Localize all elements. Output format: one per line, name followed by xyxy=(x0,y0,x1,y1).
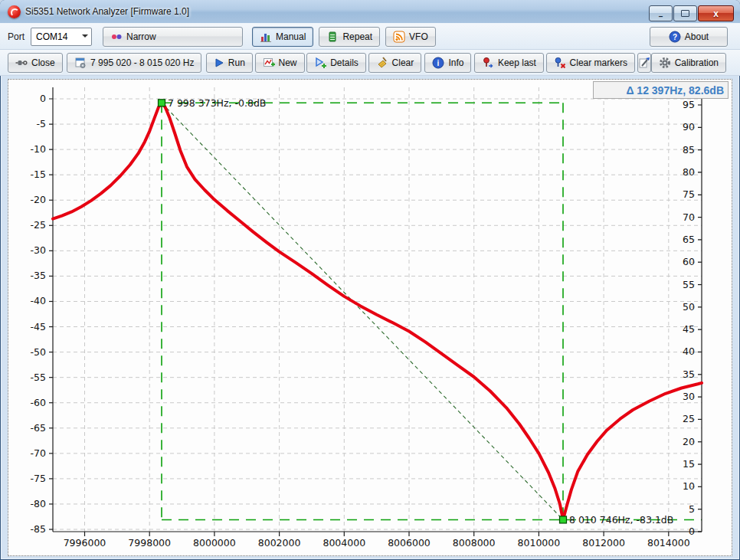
svg-text:?: ? xyxy=(673,33,677,41)
svg-text:55: 55 xyxy=(683,279,695,290)
new-chart-icon xyxy=(263,57,275,69)
clear-button[interactable]: Clear xyxy=(368,53,422,73)
svg-text:5: 5 xyxy=(689,503,695,515)
svg-text:8010000: 8010000 xyxy=(518,537,561,549)
info-button[interactable]: i Info xyxy=(424,53,471,73)
svg-text:15: 15 xyxy=(683,458,695,470)
svg-text:-40: -40 xyxy=(31,295,46,306)
red-marker-pin-icon xyxy=(482,57,494,69)
svg-text:-35: -35 xyxy=(31,270,46,281)
svg-text:8006000: 8006000 xyxy=(388,537,431,549)
svg-text:8012000: 8012000 xyxy=(582,537,625,549)
info-label: Info xyxy=(448,57,463,68)
svg-text:90: 90 xyxy=(683,121,695,133)
chart-panel[interactable]: 0-5-10-15-20-25-30-35-40-45-50-55-60-65-… xyxy=(8,79,732,556)
narrow-label: Narrow xyxy=(126,31,156,42)
manual-button[interactable]: Manual xyxy=(252,27,313,47)
run-button[interactable]: Run xyxy=(206,53,253,73)
details-play-icon xyxy=(314,57,326,69)
details-button[interactable]: Details xyxy=(306,53,366,73)
svg-text:95: 95 xyxy=(683,99,695,110)
maximize-icon xyxy=(681,10,689,17)
svg-text:60: 60 xyxy=(683,256,695,267)
svg-text:75: 75 xyxy=(683,188,695,200)
toolbar-main: Close 7 995 020 - 8 015 020 Hz Run New D… xyxy=(0,50,740,76)
close-window-button[interactable]: x xyxy=(698,5,734,21)
frequency-range-label: 7 995 020 - 8 015 020 Hz xyxy=(90,57,194,68)
app-window: Si5351 Network Analyzer [Firmware 1.0] –… xyxy=(0,0,740,560)
pen-icon xyxy=(638,57,650,69)
svg-text:8004000: 8004000 xyxy=(323,537,365,549)
svg-text:-85: -85 xyxy=(31,523,46,535)
window-title: Si5351 Network Analyzer [Firmware 1.0] xyxy=(25,6,189,17)
new-label: New xyxy=(279,57,297,68)
repeat-button[interactable]: Repeat xyxy=(319,27,380,47)
film-strip-icon xyxy=(326,31,339,43)
gear-icon xyxy=(659,57,671,69)
svg-text:-30: -30 xyxy=(31,244,46,256)
svg-text:-10: -10 xyxy=(31,143,46,155)
annotate-button[interactable] xyxy=(637,53,651,73)
svg-text:0: 0 xyxy=(689,526,695,537)
toolbar-top: Port COM14 Narrow Manual Repeat VFO ? Ab… xyxy=(0,23,740,50)
svg-text:80: 80 xyxy=(683,166,695,178)
clear-markers-button[interactable]: Clear markers xyxy=(546,53,635,73)
svg-text:20: 20 xyxy=(683,436,695,447)
svg-text:7998000: 7998000 xyxy=(128,537,171,549)
svg-text:45: 45 xyxy=(683,323,695,335)
maximize-button[interactable] xyxy=(673,5,697,21)
info-icon: i xyxy=(432,57,444,69)
svg-text:-60: -60 xyxy=(31,397,46,408)
svg-text:i: i xyxy=(437,59,440,67)
vfo-button[interactable]: VFO xyxy=(385,27,436,47)
app-icon xyxy=(8,5,21,18)
keep-last-button[interactable]: Keep last xyxy=(474,53,544,73)
svg-text:10: 10 xyxy=(683,480,695,492)
keep-last-label: Keep last xyxy=(498,57,536,68)
svg-text:-45: -45 xyxy=(31,321,46,332)
about-button[interactable]: ? About xyxy=(650,27,728,47)
minimize-button[interactable]: – xyxy=(649,5,673,21)
svg-text:-50: -50 xyxy=(31,346,46,358)
close-connection-label: Close xyxy=(31,57,55,68)
svg-text:0: 0 xyxy=(40,93,46,104)
svg-text:8014000: 8014000 xyxy=(647,537,690,549)
svg-text:40: 40 xyxy=(683,345,695,357)
svg-text:8 010 746Hz, -83.1dB: 8 010 746Hz, -83.1dB xyxy=(569,514,673,526)
svg-text:8008000: 8008000 xyxy=(453,537,496,549)
port-label: Port xyxy=(8,31,25,42)
frequency-response-chart[interactable]: 0-5-10-15-20-25-30-35-40-45-50-55-60-65-… xyxy=(8,80,732,555)
svg-text:-55: -55 xyxy=(31,372,46,383)
svg-text:8002000: 8002000 xyxy=(258,537,301,549)
svg-text:7996000: 7996000 xyxy=(64,537,106,549)
minimize-icon: – xyxy=(659,12,663,21)
question-icon: ? xyxy=(669,31,681,43)
play-icon xyxy=(214,57,224,68)
new-button[interactable]: New xyxy=(255,53,305,73)
frequency-range-button[interactable]: 7 995 020 - 8 015 020 Hz xyxy=(67,53,201,73)
port-value: COM14 xyxy=(36,31,67,42)
sweep-settings-icon xyxy=(74,57,87,69)
close-connection-button[interactable]: Close xyxy=(8,53,63,73)
chevron-down-icon xyxy=(82,34,88,41)
svg-text:70: 70 xyxy=(683,211,695,223)
broom-icon xyxy=(376,57,388,69)
run-label: Run xyxy=(228,57,245,68)
svg-text:8000000: 8000000 xyxy=(193,537,236,549)
calibration-button[interactable]: Calibration xyxy=(651,53,726,73)
bar-chart-icon xyxy=(260,31,272,43)
svg-text:-25: -25 xyxy=(31,219,46,231)
repeat-label: Repeat xyxy=(342,31,372,42)
svg-text:-15: -15 xyxy=(31,169,46,180)
svg-text:-75: -75 xyxy=(31,473,46,484)
svg-text:-5: -5 xyxy=(37,118,46,129)
title-bar[interactable]: Si5351 Network Analyzer [Firmware 1.0] –… xyxy=(0,0,740,23)
port-select[interactable]: COM14 xyxy=(31,28,92,46)
narrow-button[interactable]: Narrow xyxy=(103,27,243,47)
blue-marker-pin-icon xyxy=(554,57,566,69)
rss-icon xyxy=(393,31,405,43)
close-icon: x xyxy=(713,8,719,19)
svg-text:-70: -70 xyxy=(31,447,46,459)
svg-text:50: 50 xyxy=(683,301,695,313)
svg-text:-65: -65 xyxy=(31,422,46,434)
